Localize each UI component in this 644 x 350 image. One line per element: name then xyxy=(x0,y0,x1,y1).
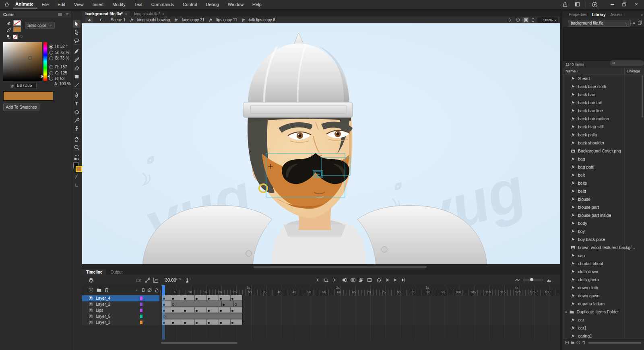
swap-colors-icon[interactable] xyxy=(6,35,11,39)
breadcrumb-scene[interactable]: Scene 1 xyxy=(111,18,126,22)
graph-editor-icon[interactable] xyxy=(153,277,159,283)
home-icon[interactable] xyxy=(1,0,13,8)
menu-insert[interactable]: Insert xyxy=(89,1,108,8)
library-item-row[interactable]: down cloth xyxy=(562,284,641,292)
swap-arrow-icon[interactable] xyxy=(19,34,23,39)
center-stage-icon[interactable] xyxy=(522,17,529,23)
frame-span[interactable] xyxy=(206,319,219,325)
library-item-row[interactable]: cap xyxy=(562,251,641,259)
layer-frames-layer_4[interactable] xyxy=(159,295,560,302)
library-item-row[interactable]: blouse part xyxy=(562,203,641,211)
menu-window[interactable]: Window xyxy=(224,1,248,8)
layer-color-chip[interactable] xyxy=(140,309,142,312)
collapse-panel-icon[interactable]: » xyxy=(640,12,643,17)
new-layer-icon[interactable] xyxy=(88,287,94,293)
library-horizontal-scrollbar[interactable] xyxy=(588,342,641,344)
eraser-tool[interactable] xyxy=(73,64,80,72)
elbow-icon[interactable] xyxy=(73,181,80,189)
breadcrumb-item[interactable]: lips copy 11 xyxy=(216,18,237,22)
frame-span[interactable] xyxy=(219,319,231,325)
frame-span[interactable] xyxy=(171,319,183,325)
frame-span[interactable] xyxy=(171,307,183,313)
step-back-frame-icon[interactable] xyxy=(384,277,390,283)
hide-layers-icon[interactable] xyxy=(147,287,153,293)
add-to-swatches-button[interactable]: Add To Swatches xyxy=(3,103,39,111)
library-item-row[interactable]: Background Cover.png xyxy=(562,147,641,155)
stage-canvas[interactable]: yug yug xyxy=(82,23,560,264)
stroke-fill-chips[interactable] xyxy=(73,163,80,171)
text-tool[interactable]: T xyxy=(73,100,80,107)
library-item-row[interactable]: bag patti xyxy=(562,163,641,171)
eyedropper-tool[interactable] xyxy=(73,117,80,124)
item-properties-icon[interactable] xyxy=(576,340,580,345)
frame-span[interactable] xyxy=(230,307,242,313)
lock-layers-icon[interactable] xyxy=(153,287,160,293)
menu-help[interactable]: Help xyxy=(248,1,266,8)
timeline-zoom-slider-knob[interactable] xyxy=(530,278,533,281)
library-item-row[interactable]: boy xyxy=(562,227,641,235)
library-item-row[interactable]: back hair xyxy=(562,91,641,99)
new-folder-icon[interactable] xyxy=(96,287,102,293)
play-icon[interactable] xyxy=(392,277,398,283)
library-item-row[interactable]: boy back pose xyxy=(562,235,641,243)
frame-span[interactable] xyxy=(194,307,206,313)
layer-row-layer_4[interactable]: Layer_4 xyxy=(82,295,159,302)
expand-arrow-icon[interactable]: ▸ xyxy=(566,310,568,314)
default-swap-colors-icon[interactable] xyxy=(73,157,80,163)
library-item-row[interactable]: chudail bhoot xyxy=(562,259,641,268)
fluid-brush-tool[interactable] xyxy=(73,47,80,55)
library-item-row[interactable]: down gown xyxy=(562,292,641,300)
frame-span[interactable] xyxy=(171,295,183,301)
library-item-row[interactable]: back hair motion xyxy=(562,115,641,123)
frame-span[interactable] xyxy=(183,307,195,313)
playhead[interactable] xyxy=(162,285,165,295)
paint-bucket-tool[interactable] xyxy=(73,108,80,116)
column-name[interactable]: Name ↑ xyxy=(566,69,578,73)
menu-view[interactable]: View xyxy=(70,1,88,8)
frame-span[interactable] xyxy=(206,295,219,301)
workspace-icon[interactable] xyxy=(571,0,583,8)
timeline-horizontal-scrollbar[interactable] xyxy=(82,341,560,345)
panel-grid-icon[interactable] xyxy=(58,13,62,16)
doc-tab[interactable]: king sipahi.fla*× xyxy=(131,11,168,16)
layers-icon[interactable] xyxy=(88,277,94,283)
column-linkage[interactable]: Linkage xyxy=(627,69,640,73)
layer-row-layer_2[interactable]: Layer_2 xyxy=(82,301,159,308)
color-picker-cursor[interactable] xyxy=(28,56,32,60)
doc-tab[interactable]: background file.fla*× xyxy=(82,11,131,16)
edit-multiple-frames-icon[interactable] xyxy=(358,277,364,283)
pen-tool[interactable] xyxy=(73,91,80,99)
library-item-row[interactable]: back face cloth xyxy=(562,82,641,91)
library-item-row[interactable]: ▸Duplicate Items Folder xyxy=(562,308,641,316)
subselection-tool[interactable] xyxy=(73,29,80,36)
layer-row-layer_5[interactable]: Layer_5 xyxy=(82,313,159,320)
test-movie-icon[interactable] xyxy=(588,0,601,8)
library-item-row[interactable]: ear1 xyxy=(562,324,641,332)
library-item-row[interactable]: belts xyxy=(562,179,641,187)
panel-menu-icon[interactable]: ≡ xyxy=(66,12,68,16)
fill-pencil-icon[interactable] xyxy=(6,27,12,33)
color-radio[interactable] xyxy=(49,56,53,60)
hex-input[interactable]: BB7D35 xyxy=(15,82,37,89)
layer-row-lips[interactable]: Lips xyxy=(82,307,159,314)
color-radio[interactable] xyxy=(49,71,53,75)
zoom-fit-icon[interactable] xyxy=(546,277,552,283)
library-item-row[interactable]: back hair line xyxy=(562,107,641,115)
parenting-icon[interactable] xyxy=(144,277,151,283)
layer-frames-layer_3[interactable] xyxy=(159,319,560,326)
timeline-tab-output[interactable]: Output xyxy=(106,269,126,275)
layer-color-chip[interactable] xyxy=(140,296,142,300)
onion-skin-icon[interactable] xyxy=(341,277,348,283)
layer-color-chip[interactable] xyxy=(140,303,142,306)
pin-library-icon[interactable] xyxy=(630,21,636,25)
share-icon[interactable] xyxy=(559,0,571,8)
outline-layers-icon[interactable] xyxy=(140,287,147,293)
selection-tool[interactable] xyxy=(73,20,80,28)
library-item-row[interactable]: brown-wood-textured-backgr... xyxy=(562,243,641,251)
new-library-panel-icon[interactable] xyxy=(637,20,642,25)
new-folder-icon[interactable] xyxy=(570,340,575,345)
resize-timeline-icon[interactable] xyxy=(514,277,521,283)
menu-text[interactable]: Text xyxy=(130,1,147,8)
stage-scroll-thumb[interactable] xyxy=(254,266,427,268)
new-symbol-icon[interactable] xyxy=(565,340,569,345)
